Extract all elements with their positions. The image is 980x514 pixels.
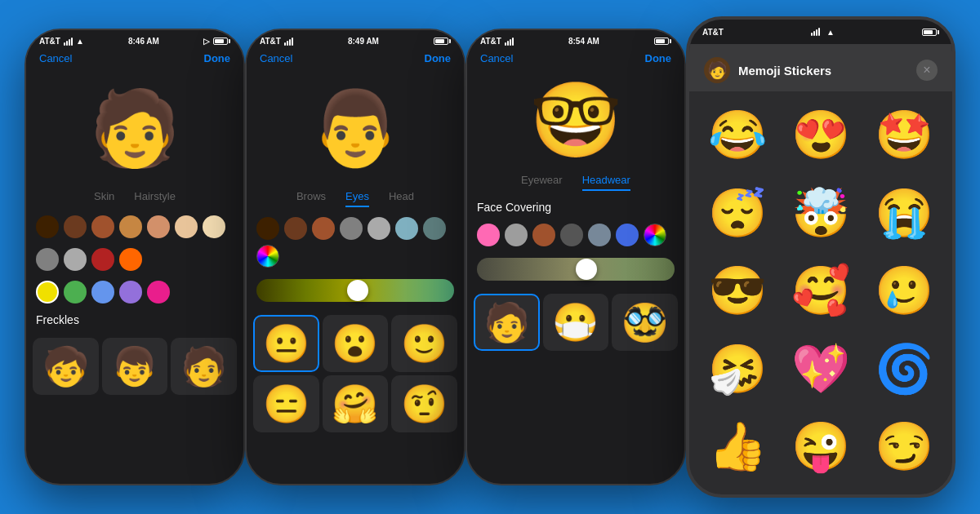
status-bar-2: AT&T 8:49 AM [247,30,464,49]
tab-skin[interactable]: Skin [94,190,114,206]
time-2: 8:49 AM [348,37,379,46]
swatch-11[interactable] [36,281,59,304]
sticker-7[interactable]: 😎 [696,254,779,327]
eye-swatch-1[interactable] [284,217,307,240]
color-picker-icon[interactable] [256,245,279,268]
color-row-2 [26,243,243,276]
face-swatch-3[interactable] [560,224,583,246]
eye-style-5[interactable]: 🤗 [323,375,389,432]
swatch-3[interactable] [119,215,142,238]
sticker-2[interactable]: 😍 [779,98,862,171]
memoji-close-button[interactable]: × [916,60,938,81]
sticker-10[interactable]: 🤧 [696,332,779,405]
eye-style-1[interactable]: 😐 [253,315,319,372]
eye-swatch-6[interactable] [423,217,446,240]
freckles-cell-2[interactable]: 👦 [102,338,168,395]
wifi-icon-1: ▲ [76,37,84,46]
swatch-2[interactable] [91,215,114,238]
swatch-7[interactable] [36,248,59,271]
face-color-row [467,219,684,251]
battery-2 [434,38,451,45]
tab-eyewear[interactable]: Eyewear [521,174,563,191]
face-opt-1[interactable]: 🧑 [474,294,540,351]
face-opt-2[interactable]: 😷 [543,294,609,351]
iphone-screen3: AT&T 8:54 AM Cancel [466,29,686,485]
tab-eyes[interactable]: Eyes [345,190,369,207]
sticker-6[interactable]: 😭 [862,176,946,250]
swatch-9[interactable] [91,248,114,271]
sticker-12[interactable]: 🌀 [862,332,946,405]
face-opt-3[interactable]: 🥸 [612,294,678,351]
swatch-15[interactable] [147,281,170,304]
cancel-button-3[interactable]: Cancel [480,52,513,64]
sticker-13[interactable]: 👍 [696,410,779,483]
done-button-1[interactable]: Done [204,52,231,64]
eye-swatch-0[interactable] [256,217,279,240]
eye-style-4[interactable]: 😑 [253,375,319,432]
swatch-6[interactable] [203,215,225,238]
sticker-3[interactable]: 🤩 [862,98,946,171]
sticker-11[interactable]: 💖 [779,332,862,405]
swatch-8[interactable] [64,248,87,271]
sticker-1[interactable]: 😂 [696,98,779,171]
eye-style-6[interactable]: 🤨 [391,375,457,432]
swatch-12[interactable] [64,281,87,304]
emoji-preview-1: 🧑 [26,71,243,185]
freckles-cell-1[interactable]: 🧒 [33,338,99,395]
face-covering-label: Face Covering [467,196,684,219]
tab-headwear[interactable]: Headwear [582,174,630,191]
eye-swatch-3[interactable] [340,217,363,240]
done-button-2[interactable]: Done [425,52,452,64]
status-bar-3: AT&T 8:54 AM [467,30,684,49]
cancel-button-2[interactable]: Cancel [260,52,292,64]
eye-style-3[interactable]: 🙂 [391,315,457,372]
freckles-cell-3[interactable]: 🧑 [171,338,237,395]
swatch-14[interactable] [119,281,142,304]
emoji-preview-2: 👨 [247,71,464,185]
swatch-1[interactable] [64,215,87,238]
sticker-14[interactable]: 😜 [779,410,862,483]
emoji-face-3: 🤓 [530,83,621,157]
sticker-8[interactable]: 🥰 [779,254,862,327]
iphone-screen1: AT&T ▲ 8:46 AM ▷ [24,29,245,485]
face-slider-thumb[interactable] [576,259,597,280]
memoji-title-group: 🧑 Memoji Stickers [704,57,831,83]
time-1: 8:46 AM [128,37,159,46]
carrier-3: AT&T [480,37,501,46]
eye-style-2[interactable]: 😮 [323,315,389,372]
tab-brows[interactable]: Brows [296,190,326,207]
sticker-5[interactable]: 🤯 [779,176,862,250]
nav-bar-1: Cancel Done [26,49,243,71]
memoji-panel: AT&T ▲ 🧑 Memoji Sticker [686,16,956,498]
face-swatch-0[interactable] [477,224,500,246]
done-button-3[interactable]: Done [645,52,672,64]
swatch-13[interactable] [91,281,114,304]
sticker-4[interactable]: 😴 [696,176,779,250]
tab-head[interactable]: Head [389,190,414,207]
large-carrier: AT&T [702,28,724,37]
eye-swatch-4[interactable] [368,217,390,240]
face-swatch-1[interactable] [505,224,528,246]
eye-swatch-2[interactable] [312,217,335,240]
swatch-0[interactable] [36,215,59,238]
swatch-5[interactable] [175,215,198,238]
face-slider[interactable] [467,251,684,287]
large-wifi: ▲ [826,28,835,37]
tabs-3: Eyewear Headwear [467,169,684,196]
swatch-10[interactable] [119,248,142,271]
freckles-label: Freckles [26,308,243,331]
face-color-picker-icon[interactable] [644,224,666,246]
swatch-4[interactable] [147,215,170,238]
face-covering-grid: 🧑 😷 🥸 [467,287,684,357]
eye-slider-thumb[interactable] [347,280,368,301]
face-swatch-2[interactable] [532,224,555,246]
eye-swatch-5[interactable] [395,217,418,240]
eye-slider[interactable] [247,273,464,308]
sticker-9[interactable]: 🥲 [862,254,946,327]
face-swatch-5[interactable] [616,224,639,246]
cancel-button-1[interactable]: Cancel [39,52,72,64]
tab-hairstyle[interactable]: Hairstyle [134,190,176,206]
face-swatch-4[interactable] [588,224,611,246]
sticker-15[interactable]: 😏 [862,410,946,483]
emoji-face-2: 👨 [310,91,401,165]
